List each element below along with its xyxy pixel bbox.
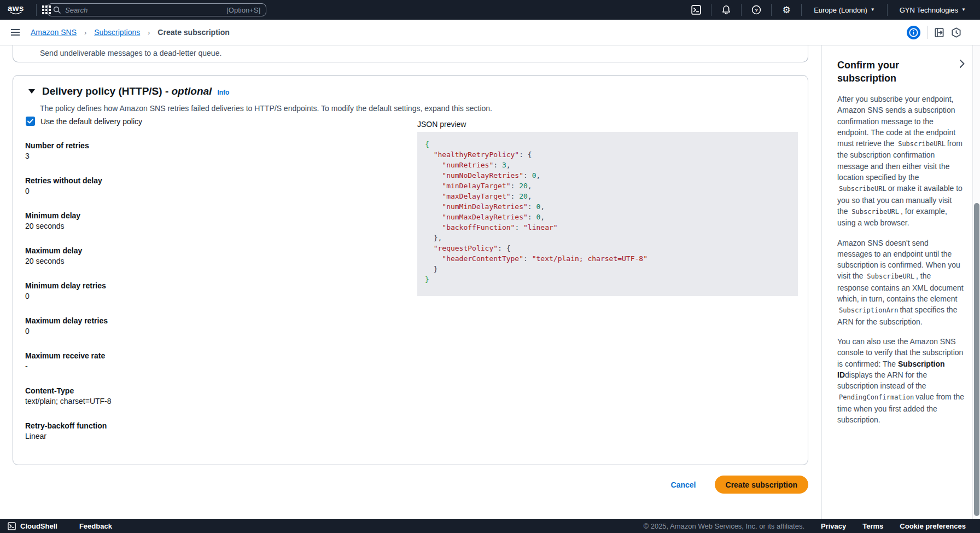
vertical-scrollbar[interactable] [972, 45, 980, 519]
code-line: "backoffFunction": "linear" [425, 222, 790, 233]
breadcrumb-link-amazon-sns[interactable]: Amazon SNS [31, 28, 77, 37]
code-line: "numMaxDelayRetries": 0, [425, 212, 790, 222]
json-preview-code-block: { "healthyRetryPolicy": { "numRetries": … [417, 132, 798, 296]
nav-divider [771, 4, 772, 16]
menu-hamburger-icon[interactable] [11, 29, 20, 36]
search-placeholder: Search [65, 6, 88, 14]
help-icon[interactable]: ? [747, 5, 766, 15]
panel-toggle-group [907, 26, 969, 39]
notifications-bell-icon[interactable] [717, 5, 736, 15]
help-panel-collapse-button[interactable] [960, 60, 965, 68]
chevron-right-icon: › [84, 28, 86, 37]
field-value: text/plain; charset=UTF-8 [25, 396, 112, 407]
field-value: 20 seconds [25, 256, 112, 266]
field-group: Number of retries3 [25, 141, 112, 161]
info-panel-toggle-button[interactable] [907, 26, 920, 39]
field-value: Linear [25, 431, 112, 442]
settings-gear-icon[interactable]: ⚙ [777, 4, 796, 15]
nav-divider [801, 4, 802, 16]
code-line: } [425, 274, 790, 285]
copyright-text: © 2025, Amazon Web Services, Inc. or its… [643, 522, 804, 530]
account-label: GYN Technologies [900, 6, 958, 14]
cookie-preferences-link[interactable]: Cookie preferences [900, 522, 966, 530]
field-label: Number of retries [25, 141, 112, 151]
field-group: Maximum receive rate- [25, 351, 112, 372]
documentation-panel-button[interactable] [934, 27, 944, 38]
field-group: Retries without delay0 [25, 176, 112, 196]
section-description: The policy defines how Amazon SNS retrie… [40, 104, 492, 113]
field-label: Maximum delay retries [25, 316, 112, 326]
code-line: "maxDelayTarget": 20, [425, 191, 790, 201]
search-icon [53, 6, 61, 14]
dead-letter-queue-card: Send undeliverable messages to a dead-le… [13, 45, 808, 62]
footer-bar: CloudShell Feedback © 2025, Amazon Web S… [0, 519, 980, 533]
field-label: Content-Type [25, 386, 112, 396]
code-line: { [425, 139, 790, 149]
field-label: Retries without delay [25, 176, 112, 186]
delivery-policy-header[interactable]: Delivery policy (HTTP/S) - optional Info [28, 85, 229, 97]
aws-logo[interactable]: aws [8, 4, 24, 15]
info-link[interactable]: Info [217, 89, 229, 96]
breadcrumb-bar: Amazon SNS › Subscriptions › Create subs… [0, 20, 980, 45]
chevron-right-icon: › [148, 28, 150, 37]
account-menu[interactable]: GYN Technologies ▼ [893, 6, 972, 14]
search-input[interactable]: Search [Option+S] [47, 3, 266, 16]
help-panel: Confirm your subscription After you subs… [821, 45, 972, 519]
code-line: "numNoDelayRetries": 0, [425, 170, 790, 181]
form-actions: Cancel Create subscription [13, 476, 808, 494]
svg-text:?: ? [755, 7, 758, 13]
code-line: "minDelayTarget": 20, [425, 181, 790, 191]
create-subscription-button[interactable]: Create subscription [715, 476, 808, 494]
optional-label: optional [172, 85, 212, 97]
breadcrumb-link-subscriptions[interactable]: Subscriptions [94, 28, 140, 37]
field-group: Maximum delay20 seconds [25, 246, 112, 266]
breadcrumb: Amazon SNS › Subscriptions › Create subs… [31, 28, 230, 37]
top-navigation-bar: aws Search [Option+S] [0, 0, 980, 20]
breadcrumb-current-page: Create subscription [158, 28, 229, 37]
field-value: 20 seconds [25, 221, 112, 231]
delivery-fields: Number of retries3Retries without delay0… [25, 141, 112, 456]
feedback-button[interactable]: Feedback [79, 522, 112, 530]
privacy-link[interactable]: Privacy [821, 522, 846, 530]
footer-right-group: © 2025, Amazon Web Services, Inc. or its… [643, 522, 972, 530]
divider [927, 26, 928, 39]
footer-links: PrivacyTermsCookie preferences [821, 522, 966, 530]
field-value: - [25, 361, 112, 372]
cloudshell-footer-button[interactable]: CloudShell [8, 522, 57, 530]
field-label: Maximum receive rate [25, 351, 112, 361]
field-label: Minimum delay [25, 211, 112, 221]
code-line: "numRetries": 3, [425, 160, 790, 170]
field-group: Retry-backoff functionLinear [25, 421, 112, 442]
field-value: 0 [25, 326, 112, 337]
cancel-button[interactable]: Cancel [671, 480, 696, 489]
field-group: Minimum delay retries0 [25, 281, 112, 302]
collapse-triangle-icon[interactable] [28, 89, 35, 94]
search-shortcut-hint: [Option+S] [226, 6, 260, 14]
code-line: "numMinDelayRetries": 0, [425, 201, 790, 212]
chevron-down-icon: ▼ [961, 8, 966, 12]
scrollbar-thumb[interactable] [974, 203, 979, 516]
resource-history-button[interactable] [951, 27, 961, 38]
code-line: } [425, 264, 790, 274]
default-policy-checkbox-row: Use the default delivery policy [26, 117, 142, 126]
field-value: 3 [25, 151, 112, 161]
region-selector[interactable]: Europe (London) ▼ [807, 6, 882, 14]
field-value: 0 [25, 186, 112, 196]
delivery-policy-card: Delivery policy (HTTP/S) - optional Info… [13, 75, 808, 465]
json-preview-label: JSON preview [417, 120, 466, 129]
help-panel-title: Confirm your subscription [837, 59, 936, 85]
terms-link[interactable]: Terms [862, 522, 883, 530]
main-content: Send undeliverable messages to a dead-le… [0, 45, 980, 519]
cloudshell-icon[interactable] [687, 5, 705, 15]
info-icon [909, 28, 918, 37]
code-line: "requestPolicy": { [425, 243, 790, 253]
nav-divider [711, 4, 711, 16]
nav-divider [887, 4, 888, 16]
nav-right-group: ? ⚙ Europe (London) ▼ GYN Technologies ▼ [687, 4, 972, 16]
aws-logo-text: aws [8, 4, 24, 11]
nav-divider [741, 4, 742, 16]
checkmark-icon [27, 119, 33, 124]
chevron-right-icon [960, 60, 965, 68]
field-group: Minimum delay20 seconds [25, 211, 112, 231]
default-policy-checkbox[interactable] [26, 117, 35, 126]
